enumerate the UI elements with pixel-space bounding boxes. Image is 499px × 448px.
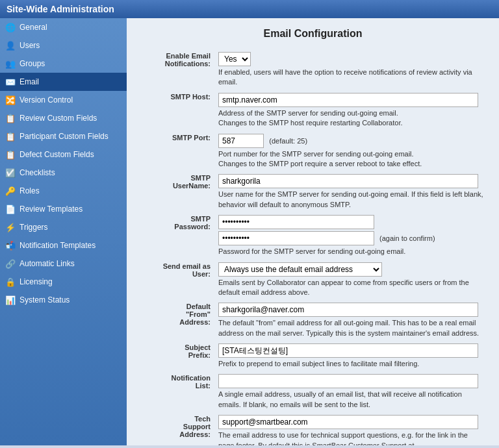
sidebar-item-version-control[interactable]: 🔀 Version Control: [0, 91, 127, 109]
smtp-password-label: SMTPPassword:: [136, 212, 214, 259]
sidebar-item-notification-templates[interactable]: 📬 Notification Templates: [0, 236, 127, 255]
send-email-field: Always use the default email address Use…: [214, 260, 489, 301]
sidebar-label-system-status: System Status: [19, 295, 70, 305]
sidebar-item-defect-custom-fields[interactable]: 📋 Defect Custom Fields: [0, 145, 127, 164]
send-email-help: Emails sent by Collaborator can appear t…: [218, 278, 485, 298]
sidebar-item-licensing[interactable]: 🔒 Licensing: [0, 273, 127, 291]
smtp-username-field: User name for the SMTP server for sendin…: [214, 171, 489, 212]
password-row: [218, 215, 485, 229]
automatic-links-icon: 🔗: [5, 258, 16, 269]
sidebar-item-checklists[interactable]: ☑️ Checklists: [0, 164, 127, 182]
smtp-username-help: User name for the SMTP server for sendin…: [218, 190, 485, 210]
subject-prefix-label: SubjectPrefix:: [136, 341, 214, 371]
enable-email-field: Yes No If enabled, users will have the o…: [214, 49, 489, 90]
smtp-password-confirm-input[interactable]: [218, 231, 374, 245]
sidebar-item-review-templates[interactable]: 📄 Review Templates: [0, 200, 127, 218]
notification-templates-icon: 📬: [5, 240, 16, 251]
default-from-field: The default "from" email address for all…: [214, 300, 489, 341]
email-config-form: Enable EmailNotifications: Yes No If ena…: [136, 49, 489, 445]
triggers-icon: ⚡: [5, 222, 16, 232]
notification-list-label: NotificationList:: [136, 371, 214, 412]
send-email-label: Send email asUser:: [136, 260, 214, 301]
sidebar-item-users[interactable]: 👤 Users: [0, 36, 127, 55]
review-templates-icon: 📄: [5, 204, 16, 214]
smtp-port-help: Port number for the SMTP server for send…: [218, 149, 485, 169]
sidebar-label-participant-cf: Participant Custom Fields: [19, 132, 109, 141]
smtp-port-input[interactable]: [218, 134, 264, 148]
roles-icon: 🔑: [5, 186, 16, 196]
smtp-username-input[interactable]: [218, 174, 478, 188]
smtp-password-help: Password for the SMTP server for sending…: [218, 247, 485, 256]
sidebar-item-roles[interactable]: 🔑 Roles: [0, 182, 127, 200]
sidebar-label-defect-cf: Defect Custom Fields: [19, 150, 94, 159]
sidebar-label-general: General: [19, 23, 47, 32]
notification-list-help: A single email address, usually of an em…: [218, 390, 485, 410]
sidebar-label-licensing: Licensing: [19, 277, 53, 286]
sidebar-label-groups: Groups: [19, 59, 45, 68]
tech-support-field: The email address to use for technical s…: [214, 412, 489, 445]
enable-email-help: If enabled, users will have the option t…: [218, 68, 485, 88]
subject-prefix-field: Prefix to prepend to email subject lines…: [214, 341, 489, 371]
smtp-password-input[interactable]: [218, 215, 374, 229]
smtp-host-help: Address of the SMTP server for sending o…: [218, 108, 485, 129]
sidebar-label-notification-templates: Notification Templates: [19, 241, 96, 250]
checklists-icon: ☑️: [5, 168, 16, 178]
sidebar-label-checklists: Checklists: [19, 168, 55, 177]
notification-list-input[interactable]: [218, 374, 478, 388]
review-cf-icon: 📋: [5, 113, 16, 123]
subject-prefix-help: Prefix to prepend to email subject lines…: [218, 359, 485, 369]
notification-list-field: A single email address, usually of an em…: [214, 371, 489, 412]
tech-support-label: TechSupportAddress:: [136, 412, 214, 445]
site-header: Site-Wide Administration: [0, 0, 499, 18]
sidebar-item-participant-custom-fields[interactable]: 📋 Participant Custom Fields: [0, 127, 127, 145]
participant-cf-icon: 📋: [5, 131, 16, 142]
smtp-host-input[interactable]: [218, 93, 478, 107]
main-content: Email Configuration Enable EmailNotifica…: [127, 18, 499, 445]
sidebar-item-automatic-links[interactable]: 🔗 Automatic Links: [0, 255, 127, 273]
sidebar-item-general[interactable]: 🌐 General: [0, 18, 127, 36]
header-title: Site-Wide Administration: [6, 4, 114, 14]
smtp-port-default: (default: 25): [269, 137, 307, 145]
default-from-help: The default "from" email address for all…: [218, 318, 485, 338]
sidebar-label-roles: Roles: [19, 186, 40, 195]
sidebar-item-review-custom-fields[interactable]: 📋 Review Custom Fields: [0, 109, 127, 127]
groups-icon: 👥: [5, 58, 16, 69]
default-from-label: Default"From"Address:: [136, 300, 214, 341]
smtp-host-label: SMTP Host:: [136, 90, 214, 131]
version-control-icon: 🔀: [5, 95, 16, 105]
smtp-port-label: SMTP Port:: [136, 131, 214, 172]
licensing-icon: 🔒: [5, 277, 16, 287]
sidebar-label-review-cf: Review Custom Fields: [19, 114, 97, 123]
enable-email-select[interactable]: Yes No: [218, 52, 251, 66]
system-status-icon: 📊: [5, 295, 16, 305]
email-icon: ✉️: [5, 77, 16, 87]
tech-support-help: The email address to use for technical s…: [218, 430, 485, 445]
sidebar-label-version-control: Version Control: [19, 95, 73, 105]
sidebar-label-review-templates: Review Templates: [19, 205, 83, 214]
sidebar-label-automatic-links: Automatic Links: [19, 259, 75, 268]
general-icon: 🌐: [5, 22, 16, 32]
sidebar-item-triggers[interactable]: ⚡ Triggers: [0, 218, 127, 236]
password-confirm-row: (again to confirm): [218, 231, 485, 245]
sidebar-label-email: Email: [19, 77, 39, 86]
page-title: Email Configuration: [136, 28, 489, 40]
sidebar-label-users: Users: [19, 41, 40, 50]
sidebar-label-triggers: Triggers: [19, 223, 48, 232]
smtp-host-field: Address of the SMTP server for sending o…: [214, 90, 489, 131]
smtp-password-field: (again to confirm) Password for the SMTP…: [214, 212, 489, 259]
tech-support-input[interactable]: [218, 415, 478, 429]
subject-prefix-input[interactable]: [218, 343, 478, 358]
send-email-select[interactable]: Always use the default email address Use…: [218, 262, 382, 277]
users-icon: 👤: [5, 40, 16, 51]
sidebar-item-email[interactable]: ✉️ Email: [0, 73, 127, 91]
sidebar-item-groups[interactable]: 👥 Groups: [0, 55, 127, 73]
sidebar-item-system-status[interactable]: 📊 System Status: [0, 291, 127, 309]
smtp-username-label: SMTPUserName:: [136, 171, 214, 212]
defect-cf-icon: 📋: [5, 149, 16, 160]
enable-email-label: Enable EmailNotifications:: [136, 49, 214, 90]
default-from-input[interactable]: [218, 303, 478, 317]
smtp-port-field: (default: 25) Port number for the SMTP s…: [214, 131, 489, 172]
sidebar: 🌐 General 👤 Users 👥 Groups ✉️ Email 🔀 Ve…: [0, 18, 127, 445]
confirm-label: (again to confirm): [379, 234, 435, 242]
